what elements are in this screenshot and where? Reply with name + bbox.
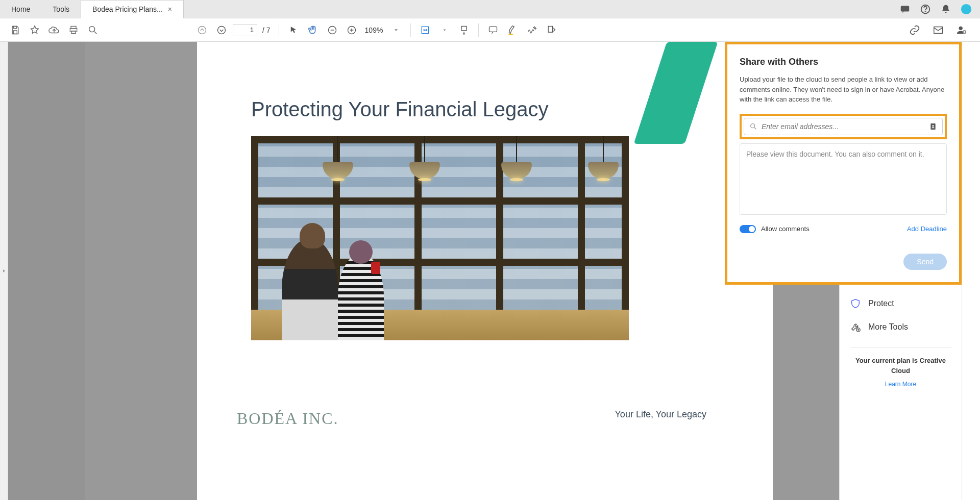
svg-point-23 — [932, 125, 934, 127]
sign-icon[interactable] — [524, 22, 540, 38]
link-share-icon[interactable] — [906, 22, 923, 38]
left-rail[interactable] — [0, 42, 8, 500]
decorative-green-shape — [634, 42, 718, 144]
tab-document-label: Bodea Pricing Plans... — [92, 5, 163, 13]
fit-dropdown-icon[interactable] — [436, 22, 453, 38]
allow-comments-label: Allow comments — [761, 225, 810, 233]
search-icon — [749, 122, 757, 131]
svg-rect-16 — [549, 26, 553, 32]
allow-comments-toggle[interactable] — [740, 225, 756, 233]
allow-comments-toggle-wrap: Allow comments — [740, 225, 810, 233]
scroll-mode-icon[interactable] — [456, 22, 472, 38]
svg-point-21 — [751, 123, 755, 128]
page-up-icon[interactable] — [194, 22, 210, 38]
svg-point-3 — [961, 4, 971, 14]
share-panel: Share with Others Upload your file to th… — [725, 42, 962, 285]
learn-more-link[interactable]: Learn More — [840, 381, 962, 388]
main-area: Protecting Your Financial Legacy — [0, 42, 980, 500]
tab-home[interactable]: Home — [0, 0, 41, 18]
share-options-row: Allow comments Add Deadline — [740, 225, 947, 233]
page-total-label: / 7 — [260, 26, 273, 34]
expand-left-rail-icon[interactable] — [2, 267, 7, 274]
email-share-icon[interactable] — [930, 22, 946, 38]
find-icon[interactable] — [85, 22, 101, 38]
save-icon[interactable] — [7, 22, 23, 38]
share-panel-title: Share with Others — [740, 57, 947, 67]
invite-people-icon[interactable] — [953, 22, 970, 38]
cloud-upload-icon[interactable] — [46, 22, 62, 38]
print-icon[interactable] — [65, 22, 82, 38]
page-number-input[interactable] — [233, 24, 257, 36]
help-icon[interactable] — [920, 4, 931, 15]
email-input-container[interactable] — [744, 118, 943, 135]
document-tagline: Your Life, Your Legacy — [615, 409, 706, 420]
shield-icon — [850, 298, 861, 309]
comment-icon[interactable] — [485, 22, 501, 38]
pdf-page: Protecting Your Financial Legacy — [197, 42, 773, 500]
svg-rect-0 — [901, 6, 910, 11]
toolbar: / 7 109% — [0, 18, 980, 42]
tab-tools[interactable]: Tools — [41, 0, 81, 18]
zoom-dropdown-icon[interactable] — [388, 22, 404, 38]
fit-width-icon[interactable] — [417, 22, 433, 38]
send-button[interactable]: Send — [903, 254, 947, 270]
account-avatar[interactable] — [961, 4, 972, 15]
tabbar-right-icons — [899, 4, 980, 15]
svg-rect-17 — [934, 27, 943, 33]
close-tab-icon[interactable]: × — [168, 5, 172, 13]
tool-protect-label: Protect — [868, 299, 894, 308]
svg-point-9 — [199, 26, 206, 34]
zoom-out-icon[interactable] — [324, 22, 340, 38]
svg-point-8 — [89, 26, 95, 32]
message-textarea[interactable]: Please view this document. You can also … — [740, 143, 947, 215]
svg-rect-14 — [461, 26, 467, 30]
stamp-icon[interactable] — [543, 22, 559, 38]
company-logo: BODÉA INC. — [237, 409, 339, 428]
toolbar-right — [906, 22, 973, 38]
tab-bar: Home Tools Bodea Pricing Plans... × — [0, 0, 980, 18]
wrench-plus-icon — [850, 321, 861, 333]
page-down-icon[interactable] — [213, 22, 230, 38]
tool-more-tools-label: More Tools — [868, 322, 908, 332]
svg-rect-5 — [14, 30, 17, 34]
messages-icon[interactable] — [899, 4, 911, 15]
star-icon[interactable] — [27, 22, 43, 38]
highlight-icon[interactable] — [504, 22, 521, 38]
email-input-highlight — [740, 114, 947, 139]
share-panel-description: Upload your file to the cloud to send pe… — [740, 74, 947, 105]
tool-protect[interactable]: Protect — [840, 292, 962, 315]
email-address-input[interactable] — [762, 122, 929, 131]
document-hero-image — [251, 136, 629, 340]
pointer-tool-icon[interactable] — [285, 22, 302, 38]
plan-info-text: Your current plan is Creative Cloud — [840, 356, 962, 376]
svg-rect-4 — [14, 26, 17, 28]
right-rail[interactable] — [962, 42, 980, 500]
add-deadline-link[interactable]: Add Deadline — [907, 225, 947, 233]
zoom-in-icon[interactable] — [344, 22, 360, 38]
svg-rect-15 — [489, 27, 497, 32]
tool-more-tools[interactable]: More Tools — [840, 315, 962, 339]
tab-document[interactable]: Bodea Pricing Plans... × — [81, 0, 184, 18]
svg-point-18 — [959, 26, 963, 30]
svg-point-10 — [218, 26, 226, 34]
address-book-icon[interactable] — [929, 122, 937, 131]
hand-tool-icon[interactable] — [305, 22, 321, 38]
notifications-icon[interactable] — [940, 4, 951, 15]
svg-rect-7 — [71, 31, 76, 33]
svg-point-2 — [925, 11, 925, 12]
zoom-level-label: 109% — [363, 26, 385, 34]
